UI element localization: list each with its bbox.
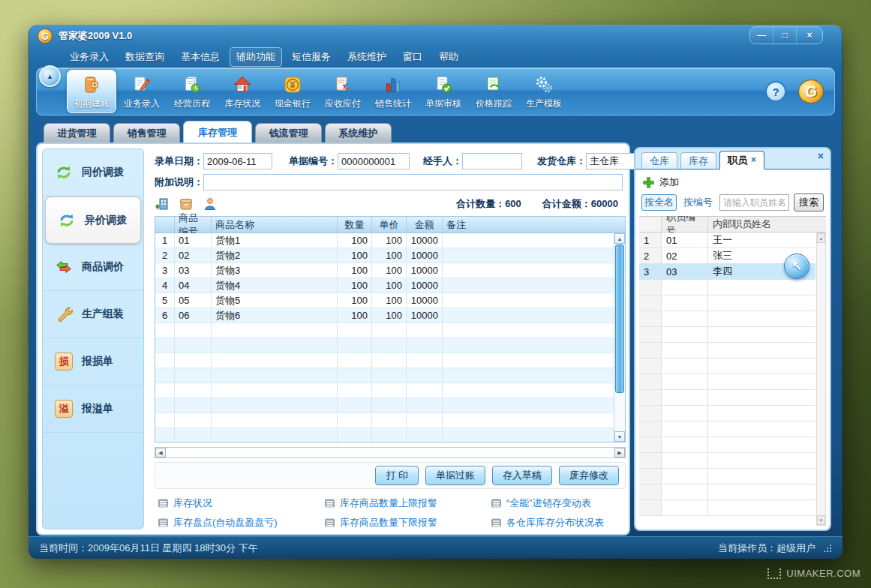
staff-row-empty[interactable]	[639, 280, 815, 296]
table-row[interactable]: 505货物510010010000	[155, 293, 614, 308]
staff-row-empty[interactable]	[639, 484, 815, 500]
link-warehouse-distribution-report[interactable]: 各仓库库存分布状况表	[491, 516, 626, 530]
table-horizontal-scrollbar[interactable]: ◀ ▶	[155, 447, 626, 458]
panel-tab-staff[interactable]: 职员 ×	[719, 151, 764, 170]
scroll-up-icon[interactable]: ▲	[817, 233, 825, 243]
collapse-toolbar-icon[interactable]: ▲	[39, 65, 61, 87]
sidebar-item-overflow-report[interactable]: 溢 报溢单	[43, 386, 143, 433]
staff-row-empty[interactable]	[639, 422, 815, 437]
table-row-empty[interactable]	[155, 428, 614, 442]
scroll-left-icon[interactable]: ◀	[155, 448, 166, 458]
toolbar-sales-stats[interactable]: 销售统计	[368, 70, 418, 113]
help-icon[interactable]: ?	[765, 81, 786, 102]
toolbar-initial-setup[interactable]: 初期建账	[67, 70, 116, 113]
table-row-empty[interactable]	[155, 398, 614, 413]
stock-box-icon[interactable]	[179, 196, 194, 212]
toolbar-receivables-payables[interactable]: 应收应付	[318, 70, 368, 113]
tab-cashflow-management[interactable]: 钱流管理	[255, 123, 322, 142]
staff-row-empty[interactable]	[639, 437, 815, 453]
scrollbar-thumb[interactable]	[615, 244, 624, 393]
toolbar-production-template[interactable]: 生产模板	[519, 70, 569, 113]
table-row-empty[interactable]	[155, 413, 614, 428]
resize-grip[interactable]	[823, 544, 832, 553]
panel-close-icon[interactable]: ×	[818, 151, 824, 161]
table-row-empty[interactable]	[155, 353, 614, 368]
handler-input[interactable]	[462, 153, 522, 170]
link-stock-status[interactable]: 库存状况	[158, 496, 324, 510]
menu-item-business-entry[interactable]: 业务录入	[63, 47, 116, 67]
staff-row-empty[interactable]	[639, 500, 815, 516]
table-row[interactable]: 404货物410010010000	[155, 278, 614, 293]
menu-item-data-query[interactable]: 数据查询	[119, 47, 171, 67]
toolbar-document-audit[interactable]: 单据审核	[419, 70, 468, 113]
table-vertical-scrollbar[interactable]: ▲ ▼	[614, 233, 625, 442]
table-row-empty[interactable]	[155, 323, 614, 338]
sidebar-item-production-assembly[interactable]: 生产组装	[43, 291, 143, 338]
sidebar-item-loss-report[interactable]: 损 报损单	[43, 338, 143, 386]
scroll-up-icon[interactable]: ▲	[614, 233, 625, 244]
sidebar-item-same-price-transfer[interactable]: 同价调拨	[43, 149, 143, 196]
tab-system-maintenance[interactable]: 系统维护	[325, 123, 392, 142]
post-document-button[interactable]: 单据过账	[425, 466, 485, 485]
staff-row-empty[interactable]	[639, 374, 815, 390]
menu-item-window[interactable]: 窗口	[396, 47, 429, 67]
minimize-button[interactable]: —	[750, 27, 773, 44]
staff-row-empty[interactable]	[639, 327, 815, 343]
link-omni-flow-report[interactable]: “全能”进销存变动表	[491, 496, 626, 510]
link-stock-taking[interactable]: 库存盘点(自动盘盈盘亏)	[158, 516, 324, 530]
table-row[interactable]: 606货物610010010000	[155, 308, 614, 323]
link-stock-lower-limit-alert[interactable]: 库存商品数量下限报警	[324, 516, 491, 530]
doc-no-input[interactable]	[338, 153, 410, 170]
staff-table-scrollbar[interactable]: ▲ ▼	[816, 232, 826, 526]
tab-sales-management[interactable]: 销售管理	[113, 123, 180, 142]
maximize-button[interactable]: □	[773, 27, 797, 44]
menu-item-basic-info[interactable]: 基本信息	[174, 47, 227, 67]
search-button[interactable]: 搜索	[794, 194, 824, 212]
filter-by-code[interactable]: 按编号	[681, 195, 715, 210]
link-stock-upper-limit-alert[interactable]: 库存商品数量上限报警	[324, 496, 491, 510]
table-row-empty[interactable]	[155, 368, 614, 383]
staff-row-empty[interactable]	[639, 296, 815, 311]
staff-row[interactable]: 101王一	[639, 232, 815, 248]
staff-row-empty[interactable]	[639, 343, 815, 358]
scroll-right-icon[interactable]: ▶	[614, 448, 625, 458]
toolbar-business-entry[interactable]: 业务录入	[117, 70, 167, 113]
toolbar-cash-bank[interactable]: 现金银行	[268, 70, 317, 113]
staff-row-empty[interactable]	[639, 453, 815, 469]
filter-by-fullname[interactable]: 按全名	[641, 194, 677, 211]
title-bar[interactable]: G 管家婆2009 V1.0 — □ ×	[29, 25, 842, 47]
staff-row-empty[interactable]	[639, 390, 815, 406]
table-row-empty[interactable]	[155, 338, 614, 353]
date-input[interactable]	[203, 153, 272, 170]
panel-tab-stock[interactable]: 库存	[680, 152, 716, 170]
staff-row-empty[interactable]	[639, 469, 815, 484]
discard-changes-button[interactable]: 废弃修改	[559, 466, 619, 485]
scroll-down-icon[interactable]: ▼	[614, 431, 625, 442]
staff-person-icon[interactable]	[203, 196, 218, 212]
panel-tab-warehouse[interactable]: 仓库	[641, 152, 677, 170]
scroll-down-icon[interactable]: ▼	[817, 515, 825, 525]
sidebar-item-price-adjustment[interactable]: 商品调价	[43, 244, 143, 291]
tab-close-icon[interactable]: ×	[751, 152, 756, 168]
table-row[interactable]: 303货物310010010000	[155, 263, 614, 278]
staff-row-empty[interactable]	[639, 311, 815, 327]
menu-item-sms-service[interactable]: 短信服务	[285, 47, 338, 67]
note-input[interactable]	[203, 174, 623, 190]
add-staff-button[interactable]: 添加	[643, 174, 679, 190]
menu-item-system-maintenance[interactable]: 系统维护	[341, 47, 393, 67]
toolbar-business-history[interactable]: 经营历程	[167, 70, 217, 113]
toolbar-price-tracking[interactable]: 价格跟踪	[469, 70, 518, 113]
save-draft-button[interactable]: 存入草稿	[492, 466, 552, 485]
menu-item-help[interactable]: 帮助	[432, 47, 465, 67]
table-row-empty[interactable]	[155, 383, 614, 398]
tab-inventory-management[interactable]: 库存管理	[183, 121, 252, 142]
toolbar-stock-status[interactable]: 库存状况	[218, 70, 267, 113]
close-button[interactable]: ×	[797, 27, 822, 44]
warehouse-building-icon[interactable]	[155, 196, 170, 212]
table-row[interactable]: 101货物110010010000	[155, 233, 614, 248]
tab-purchase-management[interactable]: 进货管理	[44, 123, 110, 142]
menu-item-aux-functions[interactable]: 辅助功能	[230, 47, 282, 67]
staff-search-input[interactable]	[719, 194, 789, 211]
table-row[interactable]: 202货物210010010000	[155, 248, 614, 263]
sidebar-item-diff-price-transfer[interactable]: 异价调拨	[45, 196, 141, 244]
